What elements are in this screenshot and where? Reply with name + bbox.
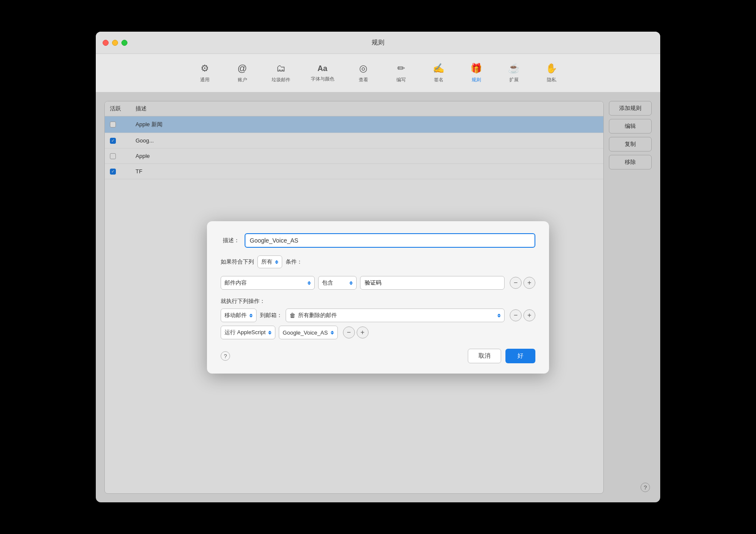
condition-op-value: 包含 (322, 279, 333, 287)
condition-match-select[interactable]: 所有 (257, 255, 282, 268)
compose-icon: ✏ (397, 63, 405, 74)
condition-plus-button[interactable]: + (523, 277, 535, 289)
action1-mailbox-value: 所有删除的邮件 (298, 312, 337, 319)
close-button[interactable] (103, 40, 109, 46)
match-arrows (275, 260, 278, 264)
rule-editor-modal: 描述： 如果符合下列 所有 条件： (207, 221, 549, 374)
toolbar-label-junk: 垃圾邮件 (272, 77, 290, 83)
condition-field-select[interactable]: 邮件内容 (221, 276, 315, 290)
toolbar-item-accounts[interactable]: @ 账户 (229, 59, 256, 86)
toolbar-label-privacy: 隐私 (547, 77, 556, 83)
toolbar-item-fonts[interactable]: Aa 字体与颜色 (306, 61, 340, 86)
condition-match-value: 所有 (261, 258, 272, 266)
description-row: 描述： (221, 233, 535, 248)
at-icon: @ (237, 63, 247, 74)
footer-buttons: 取消 好 (468, 349, 535, 363)
modal-footer: ? 取消 好 (221, 349, 535, 363)
action-line-2: 运行 AppleScript Google_Voice_AS (221, 326, 535, 339)
desc-input[interactable] (245, 233, 535, 248)
action1-plus-minus: − + (510, 309, 535, 321)
view-icon: ◎ (359, 63, 367, 74)
toolbar-label-accounts: 账户 (238, 77, 247, 83)
action2-script-arrows (331, 331, 334, 335)
junk-icon: 🗂 (276, 63, 286, 74)
titlebar: 规则 (96, 32, 660, 54)
action-section: 就执行下列操作： 移动邮件 到邮箱： 🗑 (221, 297, 535, 339)
toolbar-item-privacy[interactable]: ✋ 隐私 (538, 59, 565, 86)
maximize-button[interactable] (121, 40, 127, 46)
toolbar-item-signatures[interactable]: ✍ 签名 (425, 59, 452, 86)
action2-script-select[interactable]: Google_Voice_AS (279, 326, 338, 339)
action1-minus-button[interactable]: − (510, 309, 522, 321)
toolbar-label-view: 查看 (359, 77, 368, 83)
action2-plus-minus: − + (343, 326, 369, 338)
action2-script-value: Google_Voice_AS (283, 329, 328, 336)
condition-line-1: 邮件内容 包含 (221, 276, 535, 290)
cancel-button[interactable]: 取消 (468, 349, 501, 363)
action-line-1: 移动邮件 到邮箱： 🗑 所有删除的邮件 (221, 309, 535, 322)
toolbar-item-rules[interactable]: 🎁 规则 (463, 59, 490, 86)
toolbar: ⚙ 通用 @ 账户 🗂 垃圾邮件 Aa 字体与颜色 ◎ 查看 ✏ 编写 ✍ 签名… (96, 54, 660, 92)
fonts-icon: Aa (317, 64, 327, 73)
toolbar-item-compose[interactable]: ✏ 编写 (387, 59, 415, 86)
toolbar-item-junk[interactable]: 🗂 垃圾邮件 (266, 59, 295, 86)
signature-icon: ✍ (433, 63, 444, 74)
toolbar-label-signatures: 签名 (434, 77, 443, 83)
trash-icon: 🗑 (289, 312, 295, 319)
rules-icon: 🎁 (470, 63, 482, 74)
mailbox-arrows (497, 314, 501, 317)
field-arrows (307, 281, 311, 285)
condition-section: 邮件内容 包含 (221, 276, 535, 290)
gear-icon: ⚙ (201, 63, 209, 74)
condition-prefix-label: 如果符合下列 (221, 258, 254, 266)
main-content: 活跃 描述 Apple 新闻 ✓ Goog... (96, 92, 660, 502)
condition-minus-button[interactable]: − (510, 277, 522, 289)
toolbar-item-general[interactable]: ⚙ 通用 (191, 59, 219, 86)
condition-field-value: 邮件内容 (224, 279, 247, 287)
toolbar-label-extensions: 扩展 (509, 77, 519, 83)
toolbar-item-extensions[interactable]: ☕ 扩展 (500, 59, 528, 86)
condition-op-select[interactable]: 包含 (318, 276, 357, 290)
condition-value-input[interactable] (360, 276, 505, 290)
action1-move-label: 移动邮件 (224, 312, 247, 319)
action2-arrows (268, 331, 272, 335)
action1-to-label: 到邮箱： (260, 312, 282, 319)
toolbar-label-compose: 编写 (396, 77, 406, 83)
extensions-icon: ☕ (508, 63, 520, 74)
action2-script-label: 运行 AppleScript (224, 329, 266, 336)
toolbar-label-general: 通用 (200, 77, 210, 83)
action1-type-select[interactable]: 移动邮件 (221, 309, 257, 322)
condition-suffix-label: 条件： (286, 258, 302, 266)
traffic-lights (103, 40, 127, 46)
action2-type-select[interactable]: 运行 AppleScript (221, 326, 275, 339)
window-title: 规则 (372, 39, 384, 47)
toolbar-label-fonts: 字体与颜色 (311, 76, 334, 82)
action1-arrows (249, 314, 253, 317)
ok-button[interactable]: 好 (505, 349, 535, 363)
toolbar-label-rules: 规则 (472, 77, 481, 83)
main-window: 规则 ⚙ 通用 @ 账户 🗂 垃圾邮件 Aa 字体与颜色 ◎ 查看 ✏ 编写 ✍ (96, 32, 660, 502)
privacy-icon: ✋ (546, 63, 557, 74)
condition-header-row: 如果符合下列 所有 条件： (221, 255, 535, 268)
action1-plus-button[interactable]: + (523, 309, 535, 321)
toolbar-item-view[interactable]: ◎ 查看 (350, 59, 377, 86)
minimize-button[interactable] (112, 40, 118, 46)
op-arrows (349, 281, 353, 285)
action1-mailbox-select[interactable]: 🗑 所有删除的邮件 (286, 309, 505, 322)
action-title: 就执行下列操作： (221, 297, 535, 305)
action2-minus-button[interactable]: − (343, 326, 355, 338)
modal-overlay: 描述： 如果符合下列 所有 条件： (96, 92, 660, 502)
modal-help-button[interactable]: ? (221, 351, 230, 361)
desc-label: 描述： (221, 237, 239, 244)
condition-plus-minus: − + (510, 277, 535, 289)
action2-plus-button[interactable]: + (357, 326, 369, 338)
